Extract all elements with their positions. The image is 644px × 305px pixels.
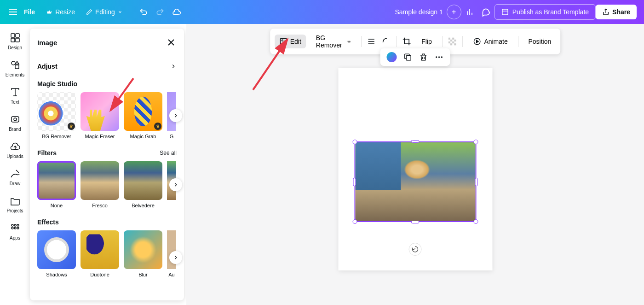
trash-icon: [419, 53, 428, 62]
panel-title: Image: [37, 39, 57, 47]
undo-icon: [139, 7, 148, 17]
scroll-right-button[interactable]: [169, 251, 182, 264]
more-button[interactable]: [435, 53, 444, 62]
chevron-right-icon: [172, 112, 179, 119]
effects-row: Shadows Duotone Blur Au: [30, 230, 184, 285]
cloud-sync-button[interactable]: [168, 4, 185, 20]
flip-button[interactable]: Flip: [417, 35, 437, 48]
sidebar-item-apps[interactable]: Apps: [0, 219, 30, 244]
selected-image[interactable]: [354, 141, 476, 222]
image-content: [355, 142, 475, 221]
template-icon: [501, 8, 509, 16]
sidebar-item-projects[interactable]: Projects: [0, 192, 30, 217]
undo-button[interactable]: [135, 4, 152, 20]
svg-rect-46: [406, 56, 411, 60]
svg-point-23: [17, 224, 19, 226]
svg-point-49: [441, 56, 443, 58]
canvas-page[interactable]: [338, 68, 492, 270]
svg-point-47: [436, 56, 437, 58]
position-button[interactable]: Position: [524, 35, 556, 48]
file-menu[interactable]: File: [18, 6, 40, 18]
tile-magic-grab[interactable]: ♛Magic Grab: [124, 92, 162, 139]
sidebar-item-uploads[interactable]: Uploads: [0, 137, 30, 163]
close-panel-button[interactable]: [166, 37, 177, 48]
tile-effect-blur[interactable]: Blur: [124, 230, 162, 277]
redo-icon: [155, 7, 165, 17]
filters-row: None Fresco Belvedere: [30, 161, 184, 208]
tile-filter-belvedere[interactable]: Belvedere: [124, 161, 162, 208]
more-icon: [435, 53, 444, 62]
see-all-filters[interactable]: See all: [160, 150, 177, 156]
resize-handle[interactable]: [352, 219, 357, 224]
resize-handle[interactable]: [475, 178, 477, 186]
menu-icon[interactable]: [7, 6, 18, 18]
sidebar-item-text[interactable]: Text: [0, 83, 30, 108]
svg-rect-41: [454, 43, 456, 45]
pencil-icon: [86, 9, 92, 15]
svg-rect-35: [453, 38, 454, 40]
tile-bg-remover[interactable]: ♛BG Remover: [37, 92, 76, 139]
rotate-button[interactable]: [409, 243, 422, 256]
svg-point-13: [12, 61, 15, 65]
resize-menu[interactable]: Resize: [40, 6, 80, 18]
corner-icon[interactable]: [382, 37, 391, 46]
sidebar-item-elements[interactable]: Elements: [0, 56, 30, 81]
sidebar-item-draw[interactable]: Draw: [0, 164, 30, 190]
close-icon: [166, 37, 177, 48]
edit-button[interactable]: Edit: [275, 35, 306, 48]
resize-handle[interactable]: [473, 140, 478, 144]
publish-button[interactable]: Publish as Brand Template: [494, 4, 596, 20]
animate-button[interactable]: Animate: [468, 35, 512, 48]
sidebar-item-design[interactable]: Design: [0, 29, 30, 54]
sidebar-item-brand[interactable]: Brand: [0, 110, 30, 135]
svg-rect-9: [11, 34, 15, 37]
canvas-area[interactable]: Edit BG Remover Flip Animate Position: [186, 24, 644, 305]
tile-effect-shadows[interactable]: Shadows: [37, 230, 76, 277]
editing-menu[interactable]: Editing: [80, 6, 128, 18]
resize-handle[interactable]: [473, 219, 478, 224]
copy-icon: [403, 53, 413, 62]
design-title[interactable]: Sample design 1: [391, 8, 446, 16]
resize-handle[interactable]: [411, 221, 420, 223]
comment-button[interactable]: [478, 4, 494, 20]
magic-studio-row: ♛BG Remover Magic Eraser ♛Magic Grab G: [30, 92, 184, 139]
insights-button[interactable]: [461, 4, 478, 20]
svg-point-22: [14, 224, 16, 226]
cloud-icon: [172, 7, 181, 17]
svg-rect-14: [15, 65, 19, 69]
svg-rect-37: [454, 40, 456, 41]
tile-filter-none[interactable]: None: [37, 161, 76, 208]
resize-handle[interactable]: [353, 178, 356, 186]
svg-marker-15: [15, 61, 19, 64]
tile-filter-fresco[interactable]: Fresco: [80, 161, 119, 208]
crown-icon: [46, 9, 52, 15]
magic-icon[interactable]: [387, 52, 397, 62]
transparency-button[interactable]: [448, 37, 457, 46]
delete-button[interactable]: [419, 53, 428, 62]
adjust-row[interactable]: Adjust: [30, 56, 184, 76]
svg-point-48: [438, 56, 440, 58]
magic-studio-title: Magic Studio: [37, 80, 77, 88]
svg-rect-36: [450, 40, 452, 41]
share-button[interactable]: Share: [596, 5, 637, 19]
add-button[interactable]: +: [447, 5, 461, 19]
scroll-right-button[interactable]: [169, 109, 182, 122]
tile-magic-eraser[interactable]: Magic Eraser: [80, 92, 119, 139]
scroll-right-button[interactable]: [169, 178, 182, 191]
rotate-icon: [412, 246, 419, 253]
share-icon: [602, 8, 610, 16]
redo-button[interactable]: [152, 4, 168, 20]
draw-icon: [10, 168, 21, 179]
svg-rect-10: [16, 34, 19, 37]
bg-remover-button[interactable]: BG Remover: [311, 31, 356, 52]
resize-handle[interactable]: [411, 140, 420, 143]
copy-button[interactable]: [403, 53, 413, 62]
tile-effect-duotone[interactable]: Duotone: [80, 230, 119, 277]
crop-button[interactable]: [402, 37, 411, 46]
align-icon[interactable]: [367, 37, 376, 46]
projects-icon: [10, 195, 21, 206]
resize-handle[interactable]: [352, 140, 357, 144]
animate-icon: [473, 37, 481, 46]
svg-rect-11: [11, 38, 15, 42]
app-header: File Resize Editing Sample design 1 + Pu…: [0, 0, 644, 24]
